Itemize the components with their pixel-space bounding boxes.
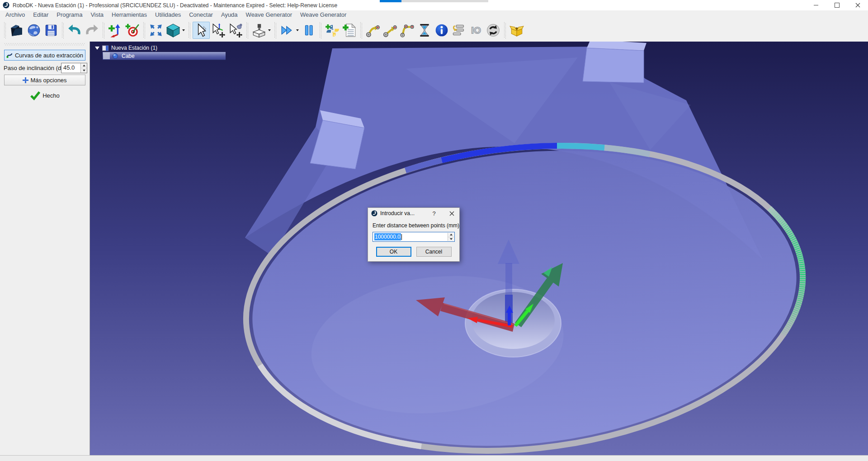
fast-forward-icon [280, 23, 294, 38]
add-program-button[interactable] [341, 22, 358, 39]
add-python-program-button[interactable] [324, 22, 341, 39]
movej-instruction-button[interactable] [364, 22, 382, 39]
step-spinbox[interactable]: 45.0 [61, 63, 87, 73]
move-tool-button[interactable] [227, 22, 244, 39]
movel-instruction-button[interactable] [382, 22, 399, 39]
toolbar-handle[interactable] [504, 22, 506, 39]
window-title: RoboDK - Nueva Estación (1) - Profession… [13, 2, 337, 9]
auto-extract-panel: Curvas de auto extracción Paso de inclin… [0, 42, 90, 456]
select-button[interactable] [193, 22, 210, 39]
set-io-button[interactable]: IO [467, 22, 485, 39]
move-tool-icon [228, 23, 243, 38]
menu-weave-generator-2[interactable]: Weave Generator [296, 10, 350, 19]
close-button[interactable] [847, 0, 868, 10]
tree-selected-item[interactable]: Cabe [103, 52, 226, 60]
open-online-library-button[interactable] [25, 22, 42, 39]
python-add-icon [325, 23, 340, 38]
toolbar-handle[interactable] [4, 22, 6, 39]
movel-icon [383, 23, 397, 38]
curve-icon [6, 52, 13, 58]
menu-programa[interactable]: Programa [52, 10, 86, 19]
show-message-button[interactable] [433, 22, 450, 39]
redo-icon [85, 23, 99, 38]
dialog-help-button[interactable]: ? [429, 210, 439, 217]
distance-input[interactable]: 1000000.0 [373, 232, 455, 242]
progress-bar [380, 0, 488, 2]
toolbar-handle[interactable] [61, 22, 64, 39]
menu-vista[interactable]: Vista [86, 10, 108, 19]
add-target-button[interactable] [124, 22, 141, 39]
add-frame-icon [108, 23, 123, 38]
step-up-button[interactable] [81, 63, 87, 68]
update-program-button[interactable] [485, 22, 502, 39]
step-down-button[interactable] [81, 68, 87, 73]
input-value-dialog: Introducir va... ? Enter distance betwee… [368, 207, 460, 262]
move-reference-icon [211, 23, 226, 38]
toolbar: IO [0, 19, 868, 42]
more-options-button[interactable]: Más opciones [4, 75, 85, 85]
open-box-icon [509, 23, 524, 38]
view-dropdown-caret[interactable] [182, 29, 185, 31]
maximize-button[interactable] [826, 0, 847, 10]
toolbar-handle[interactable] [102, 22, 105, 39]
redo-button[interactable] [83, 22, 100, 39]
machining-dropdown-caret[interactable] [268, 29, 271, 31]
panel-handle[interactable] [5, 43, 85, 46]
value-up-button[interactable] [448, 233, 454, 237]
undo-button[interactable] [66, 22, 83, 39]
isometric-view-button[interactable] [165, 22, 182, 39]
auto-extract-curves-button[interactable]: Curvas de auto extracción [4, 50, 85, 61]
menu-herramientas[interactable]: Herramientas [108, 10, 151, 19]
menu-utilidades[interactable]: Utilidades [151, 10, 185, 19]
spin-down-icon [450, 238, 453, 240]
simulation-dropdown-caret[interactable] [296, 29, 299, 31]
done-indicator[interactable]: Hecho [0, 90, 90, 100]
minimize-icon [814, 5, 818, 5]
call-program-button[interactable] [450, 22, 467, 39]
fast-simulation-button[interactable] [278, 22, 296, 39]
movec-instruction-button[interactable] [399, 22, 416, 39]
plugin-box-button[interactable] [508, 22, 525, 39]
menu-editar[interactable]: Editar [29, 10, 52, 19]
dialog-close-button[interactable] [446, 208, 458, 219]
menu-archivo[interactable]: Archivo [1, 10, 29, 19]
dialog-title: Introducir va... [380, 210, 429, 216]
plus-icon [23, 77, 28, 83]
move-reference-button[interactable] [210, 22, 227, 39]
toolbar-handle[interactable] [246, 22, 249, 39]
toolbar-handle[interactable] [143, 22, 146, 39]
menu-conectar[interactable]: Conectar [185, 10, 217, 19]
step-label: Paso de inclinación (deg) [4, 65, 70, 71]
toolbar-handle[interactable] [188, 22, 191, 39]
toolbar-handle[interactable] [319, 22, 322, 39]
menu-ayuda[interactable]: Ayuda [217, 10, 242, 19]
add-reference-frame-button[interactable] [107, 22, 124, 39]
globe-icon [27, 23, 41, 38]
station-icon [102, 45, 108, 51]
dialog-title-bar[interactable]: Introducir va... ? [368, 208, 459, 219]
call-program-icon [452, 23, 466, 38]
item-label: Cabe [122, 53, 135, 59]
fit-view-button[interactable] [147, 22, 165, 39]
viewport-3d[interactable]: Nueva Estación (1) Cabe [90, 42, 868, 456]
minimize-button[interactable] [806, 0, 826, 10]
save-button[interactable] [42, 22, 60, 39]
maximize-icon [835, 3, 840, 8]
ok-button[interactable]: OK [376, 247, 411, 257]
wait-instruction-button[interactable] [416, 22, 433, 39]
open-icon [9, 23, 24, 38]
step-value[interactable]: 45.0 [61, 63, 80, 73]
dialog-prompt-label: Enter distance between points (mm) [373, 222, 455, 229]
value-down-button[interactable] [448, 237, 454, 241]
hourglass-icon [417, 23, 432, 38]
tree-station-row[interactable]: Nueva Estación (1) [95, 44, 157, 52]
pause-simulation-button[interactable] [300, 22, 317, 39]
expand-triangle-icon[interactable] [95, 47, 99, 50]
menu-weave-generator-1[interactable]: Weave Generator [242, 10, 296, 19]
toolbar-handle[interactable] [360, 22, 363, 39]
spin-down-icon [83, 70, 85, 71]
machining-settings-button[interactable] [250, 22, 268, 39]
open-button[interactable] [8, 22, 25, 39]
toolbar-handle[interactable] [274, 22, 277, 39]
cancel-button[interactable]: Cancel [416, 247, 452, 257]
